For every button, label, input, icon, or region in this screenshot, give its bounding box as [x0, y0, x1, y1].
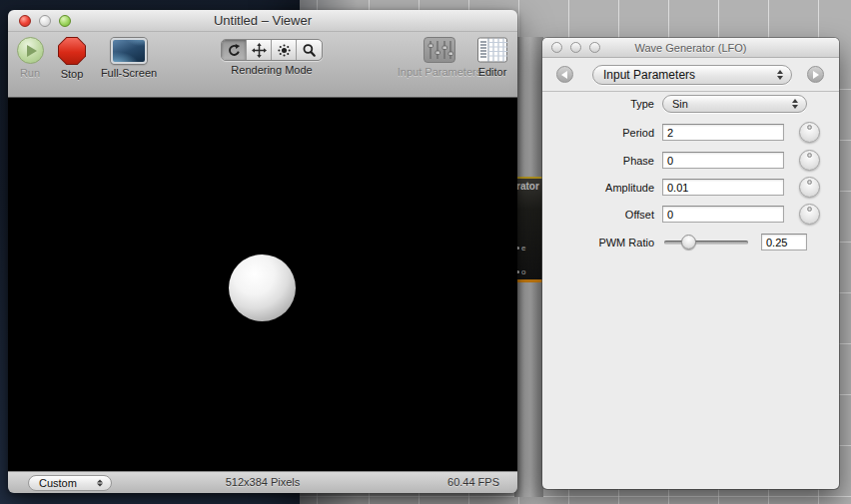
offset-knob[interactable] — [799, 204, 820, 225]
knob-indicator-dot — [807, 207, 812, 212]
pan-mode-segment[interactable] — [247, 40, 272, 60]
render-viewport[interactable] — [8, 98, 517, 481]
editor-strip: rator e o — [514, 37, 543, 497]
rotate-mode-segment[interactable] — [222, 40, 247, 60]
inspector-window: Wave Generator (LFO) Input Parameters Ty… — [542, 38, 839, 489]
rendering-mode-control: Rendering Mode — [220, 37, 324, 76]
period-field[interactable] — [662, 124, 784, 141]
type-label: Type — [542, 98, 654, 110]
offset-label: Offset — [542, 209, 654, 221]
rendering-mode-label: Rendering Mode — [231, 64, 312, 76]
type-value: Sin — [672, 98, 688, 110]
particle-mode-icon — [277, 43, 292, 58]
viewer-toolbar: Run Stop Full-Screen — [8, 32, 517, 98]
editor-label: Editor — [478, 66, 507, 78]
window-title: Untitled – Viewer — [8, 13, 517, 28]
pwm-ratio-slider-thumb[interactable] — [681, 235, 696, 250]
run-label: Run — [20, 67, 40, 79]
stepper-arrows-icon — [777, 70, 784, 80]
knob-indicator-dot — [807, 180, 812, 185]
resolution-text: 512x384 Pixels — [8, 476, 517, 488]
previous-pane-button[interactable] — [556, 66, 573, 83]
pwm-ratio-field[interactable] — [761, 234, 807, 251]
particle-mode-segment[interactable] — [272, 40, 297, 60]
inspector-title: Wave Generator (LFO) — [542, 42, 839, 54]
zoom-mode-icon — [302, 43, 317, 58]
amplitude-knob[interactable] — [799, 177, 820, 198]
knob-indicator-dot — [807, 125, 812, 130]
phase-label: Phase — [542, 155, 654, 167]
editor-icon — [477, 37, 507, 63]
offset-field[interactable] — [662, 206, 784, 223]
type-popup[interactable]: Sin — [662, 95, 807, 113]
phase-knob[interactable] — [799, 150, 820, 171]
patch-node-title-fragment: rator — [514, 179, 543, 192]
pane-selector-value: Input Parameters — [603, 68, 695, 82]
run-icon — [17, 37, 44, 64]
editor-button[interactable]: Editor — [469, 37, 515, 78]
viewer-window: Untitled – Viewer Run Stop Full-Screen — [8, 10, 517, 493]
fullscreen-label: Full-Screen — [101, 67, 157, 79]
pwm-ratio-label: PWM Ratio — [542, 237, 654, 249]
fullscreen-button[interactable]: Full-Screen — [94, 37, 164, 79]
period-knob[interactable] — [799, 122, 820, 143]
rotate-mode-icon — [227, 43, 242, 58]
phase-field[interactable] — [662, 152, 784, 169]
input-parameters-icon — [424, 37, 455, 63]
amplitude-field[interactable] — [662, 179, 784, 196]
patch-port[interactable]: e — [516, 245, 525, 252]
forward-arrow-icon — [813, 71, 819, 79]
stop-button[interactable]: Stop — [52, 37, 92, 80]
period-label: Period — [542, 127, 654, 139]
sphere-render — [229, 254, 296, 321]
inspector-pane-nav: Input Parameters — [542, 58, 839, 92]
back-arrow-icon — [561, 71, 567, 79]
stepper-arrows-icon — [792, 99, 799, 109]
pan-mode-icon — [252, 43, 267, 58]
pwm-ratio-slider[interactable] — [664, 241, 748, 245]
pane-selector-popup[interactable]: Input Parameters — [592, 65, 792, 85]
inspector-titlebar[interactable]: Wave Generator (LFO) — [542, 38, 839, 58]
next-pane-button[interactable] — [807, 66, 824, 83]
fullscreen-icon — [111, 38, 147, 64]
patch-node-wave-generator[interactable]: rator e o — [514, 177, 543, 282]
viewer-titlebar[interactable]: Untitled – Viewer — [8, 10, 517, 32]
amplitude-label: Amplitude — [542, 182, 654, 194]
zoom-mode-segment[interactable] — [297, 40, 322, 60]
stop-label: Stop — [61, 68, 84, 80]
knob-indicator-dot — [807, 153, 812, 158]
run-button[interactable]: Run — [11, 37, 49, 79]
patch-port[interactable]: o — [516, 268, 525, 276]
fps-text: 60.44 FPS — [447, 476, 499, 488]
stop-icon — [58, 37, 86, 65]
viewer-statusbar: Custom 512x384 Pixels 60.44 FPS — [8, 471, 517, 493]
